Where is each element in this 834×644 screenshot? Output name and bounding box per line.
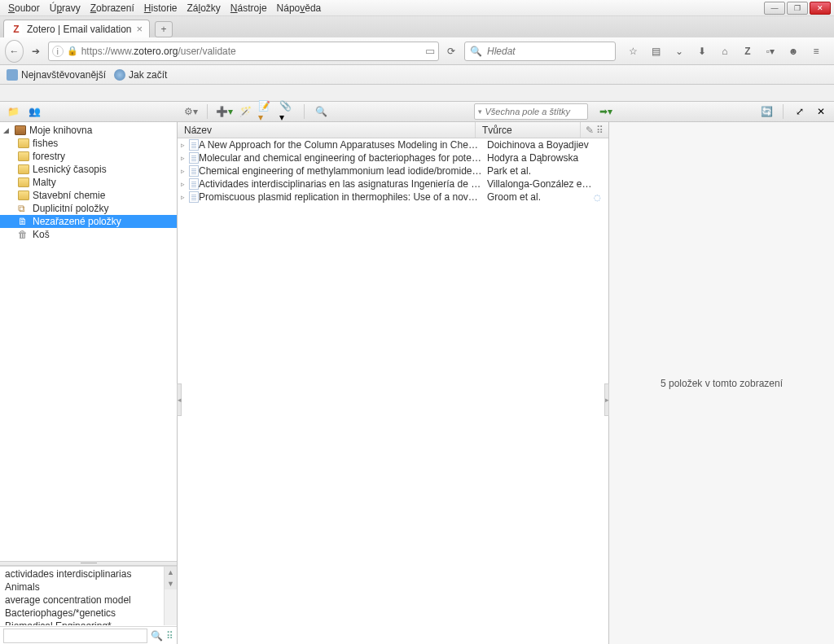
item-title: Actividades interdisciplinarias en las a… [199,178,482,190]
caret-down-icon[interactable]: ◢ [3,126,11,134]
browser-search-bar[interactable]: 🔍 [464,42,616,61]
back-button[interactable]: ← [5,40,24,63]
pocket-icon[interactable]: ⌄ [671,43,687,59]
window-minimize-button[interactable]: — [764,2,785,15]
search-icon: 🔍 [470,46,482,57]
tags-scrollbar[interactable]: ▲ ▼ [164,567,177,625]
items-list[interactable]: ▹ A New Approach for the Column Apparatu… [178,138,608,204]
tag-item[interactable]: Bacteriophages/*genetics [5,607,116,619]
document-icon [189,178,199,190]
menu-zalozky[interactable]: Záložky [182,1,225,15]
save-to-zotero-icon[interactable]: ▫▾ [762,43,779,59]
splitter-right-grip[interactable]: ▸ [604,383,609,416]
tag-item[interactable]: actividades interdisciplinarias [5,568,131,580]
expand-icon[interactable]: ▹ [181,180,189,188]
toggle-tab-mode-button[interactable]: ⤢ [792,103,808,120]
collection-lesnicky[interactable]: Lesnický časopis [0,163,177,176]
browser-tab[interactable]: Z Zotero | Email validation × [3,20,150,37]
actions-gear-button[interactable]: ⚙▾ [182,103,199,120]
zotero-quick-search[interactable]: ▾ [474,103,588,120]
collection-malty[interactable]: Malty [0,176,177,189]
splitter-left-grip[interactable]: ◂ [177,383,182,416]
browser-tab-strip: Z Zotero | Email validation × + [0,16,834,37]
expand-icon[interactable]: ▹ [181,141,189,149]
new-note-button[interactable]: 📝▾ [258,103,274,120]
home-icon[interactable]: ⌂ [717,43,733,59]
column-options[interactable]: ✎ ⠿ [581,125,608,136]
menu-historie[interactable]: Historie [139,1,182,15]
site-info-icon[interactable]: i [52,46,64,57]
reload-button[interactable]: ⟳ [444,42,459,61]
items-pane: ◂ ▸ Název Tvůrce ✎ ⠿ ▹ A New Approach fo… [178,122,609,644]
menu-napoveda[interactable]: Nápověda [272,1,327,15]
bookmark-most-visited[interactable]: Nejnavštěvovanější [7,69,106,81]
tab-close-icon[interactable]: × [137,23,143,35]
new-tab-button[interactable]: + [155,21,173,37]
menu-soubor[interactable]: Soubor [3,1,45,15]
advanced-search-button[interactable]: 🔍 [313,103,329,120]
collection-forestry[interactable]: forestry [0,150,177,163]
scroll-up-icon[interactable]: ▲ [165,567,177,578]
add-by-identifier-button[interactable]: 🪄 [237,103,253,120]
item-row[interactable]: ▹ Chemical engineering of methylammonium… [178,164,608,177]
tag-filter-input[interactable] [3,629,147,643]
menu-upravy[interactable]: Úpravy [45,1,86,15]
sync-button[interactable]: 🔄 [758,103,775,120]
item-creator: Villalonga-González et al. [482,178,594,190]
bookmark-star-icon[interactable]: ☆ [626,43,642,59]
item-row[interactable]: ▹ Actividades interdisciplinarias en las… [178,177,608,191]
item-row[interactable]: ▹ Molecular and chemical engineering of … [178,151,608,164]
tag-item[interactable]: average concentration model [5,594,131,606]
bookmark-getting-started[interactable]: Jak začít [114,69,167,81]
expand-icon[interactable]: ▹ [181,167,189,175]
search-mode-dropdown-icon[interactable]: ▾ [478,107,482,116]
collection-fishes[interactable]: fishes [0,137,177,150]
tag-menu-icon[interactable]: ⠿ [166,630,173,642]
forward-button[interactable]: ➔ [29,41,43,62]
expand-icon[interactable]: ▹ [181,154,189,162]
zotero-search-input[interactable] [485,107,599,116]
zotero-z-icon[interactable]: Z [740,43,756,59]
add-attachment-button[interactable]: 📎▾ [279,103,296,120]
item-row[interactable]: ▹ Promiscuous plasmid replication in the… [178,191,608,204]
item-title: A New Approach for the Column Apparatuse… [199,139,482,151]
item-count-label: 5 položek v tomto zobrazení [661,378,783,389]
hamburger-menu-icon[interactable]: ≡ [808,43,824,59]
scroll-down-icon[interactable]: ▼ [165,578,177,589]
collections-tree[interactable]: ◢ Moje knihovna fishes forestry Lesnický… [0,122,177,561]
column-creator[interactable]: Tvůrce [476,122,581,138]
library-root[interactable]: ◢ Moje knihovna [0,124,177,137]
column-title[interactable]: Název [178,122,476,138]
menu-nastroje[interactable]: Nástroje [226,1,272,15]
window-maximize-button[interactable]: ❐ [787,2,808,15]
window-close-button[interactable]: ✕ [810,2,831,15]
tags-list[interactable]: actividades interdisciplinarias Animals … [0,567,177,625]
trash-item[interactable]: 🗑Koš [0,228,177,241]
chat-icon[interactable]: ☻ [785,43,801,59]
url-bar[interactable]: i 🔒 https://www.zotero.org/user/validate… [48,42,439,61]
tab-favicon: Z [11,24,22,35]
item-details-pane: 5 položek v tomto zobrazení [609,122,834,644]
collection-stavebni[interactable]: Stavební chemie [0,189,177,202]
expand-icon[interactable]: ▹ [181,193,189,201]
downloads-icon[interactable]: ⬇ [694,43,710,59]
locate-button[interactable]: ➡▾ [598,103,614,120]
menu-zobrazeni[interactable]: Zobrazení [86,1,139,15]
item-creator: Park et al. [482,165,594,177]
document-icon [189,191,199,203]
tag-item[interactable]: Biomedical Engineering* [5,620,112,625]
folder-icon [18,151,29,161]
browser-search-input[interactable] [487,46,610,57]
new-collection-button[interactable]: 📁 [5,103,21,120]
reader-mode-icon[interactable]: ▭ [425,45,435,57]
bookmarks-list-icon[interactable]: ▤ [648,43,665,59]
tag-item[interactable]: Animals [5,581,40,593]
tag-search-icon[interactable]: 🔍 [151,630,163,642]
new-item-button[interactable]: ➕▾ [216,103,232,120]
unfiled-item[interactable]: 🗎Nezařazené položky [0,215,177,228]
item-row[interactable]: ▹ A New Approach for the Column Apparatu… [178,138,608,151]
duplicates-item[interactable]: ⧉Duplicitní položky [0,202,177,215]
folder-icon [18,164,29,174]
new-group-button[interactable]: 👥 [26,103,42,120]
close-zotero-button[interactable]: ✕ [813,103,829,120]
